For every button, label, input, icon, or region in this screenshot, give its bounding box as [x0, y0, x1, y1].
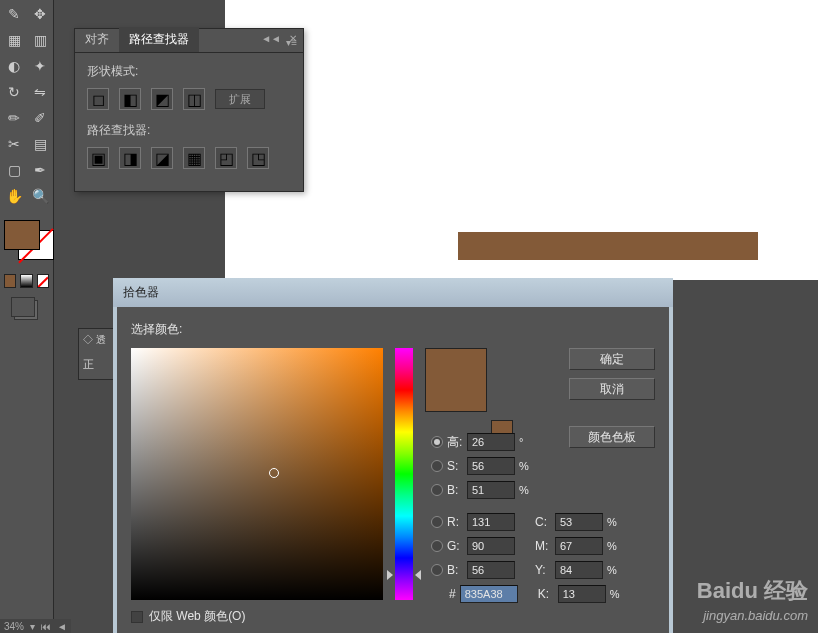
- red-radio[interactable]: [431, 516, 443, 528]
- document-status-bar: 34% ▾ ⏮ ◄: [0, 619, 71, 633]
- zoom-level[interactable]: 34%: [4, 621, 24, 632]
- brightness-label: B:: [447, 483, 463, 497]
- red-label: R:: [447, 515, 463, 529]
- brightness-radio[interactable]: [431, 484, 443, 496]
- magenta-label: M:: [535, 539, 551, 553]
- canvas-artboard[interactable]: [225, 0, 818, 280]
- hue-input[interactable]: [467, 433, 515, 451]
- web-only-checkbox[interactable]: [131, 611, 143, 623]
- tool-rotate-icon[interactable]: ↻: [2, 80, 26, 104]
- left-toolbar: ✎ ✥ ▦ ▥ ◐ ✦ ↻ ⇋ ✏ ✐ ✂ ▤ ▢ ✒ ✋ 🔍: [0, 0, 54, 633]
- zoom-dropdown-icon[interactable]: ▾: [30, 621, 35, 632]
- black-input[interactable]: [558, 585, 606, 603]
- tool-wand-icon[interactable]: ✦: [28, 54, 52, 78]
- blue-input[interactable]: [467, 561, 515, 579]
- foreground-swatch[interactable]: [4, 220, 40, 250]
- rectangle-shape[interactable]: [458, 232, 758, 260]
- yellow-input[interactable]: [555, 561, 603, 579]
- minus-front-icon[interactable]: ◧: [119, 88, 141, 110]
- expand-button[interactable]: 扩展: [215, 89, 265, 109]
- ok-button[interactable]: 确定: [569, 348, 655, 370]
- blend-mode-dropdown[interactable]: 正: [83, 357, 117, 372]
- fill-mode-icon[interactable]: [4, 274, 16, 288]
- tool-move-icon[interactable]: ✥: [28, 2, 52, 26]
- tool-artboard-icon[interactable]: ▢: [2, 158, 26, 182]
- blue-label: B:: [447, 563, 463, 577]
- panel-collapse-icon[interactable]: ◄◄: [261, 33, 281, 44]
- tab-pathfinder[interactable]: 路径查找器: [119, 27, 199, 52]
- color-picker-dialog: 拾色器 选择颜色: ⬡ 确定 取消 颜色色板 高: °: [113, 278, 673, 633]
- green-label: G:: [447, 539, 463, 553]
- divide-icon[interactable]: ▣: [87, 147, 109, 169]
- tool-reflect-icon[interactable]: ⇋: [28, 80, 52, 104]
- select-color-label: 选择颜色:: [131, 321, 655, 338]
- none-mode-icon[interactable]: [37, 274, 49, 288]
- tab-align[interactable]: 对齐: [75, 27, 119, 52]
- yellow-label: Y:: [535, 563, 551, 577]
- tool-hand-icon[interactable]: ✋: [2, 184, 26, 208]
- watermark: Baidu 经验 jingyan.baidu.com: [697, 576, 808, 625]
- blue-radio[interactable]: [431, 564, 443, 576]
- saturation-radio[interactable]: [431, 460, 443, 472]
- tool-pen-icon[interactable]: ✒: [28, 158, 52, 182]
- watermark-brand: Baidu 经验: [697, 576, 808, 607]
- tool-zoom-icon[interactable]: 🔍: [28, 184, 52, 208]
- screen-mode-icon[interactable]: [14, 300, 38, 320]
- brightness-input[interactable]: [467, 481, 515, 499]
- hue-radio[interactable]: [431, 436, 443, 448]
- green-radio[interactable]: [431, 540, 443, 552]
- color-swatches: [0, 216, 53, 264]
- shape-modes-label: 形状模式:: [87, 63, 291, 80]
- hue-label: 高:: [447, 434, 463, 451]
- gradient-mode-icon[interactable]: [20, 274, 32, 288]
- tab-transparency[interactable]: ◇ 透: [83, 333, 117, 347]
- outline-icon[interactable]: ◰: [215, 147, 237, 169]
- merge-icon[interactable]: ◪: [151, 147, 173, 169]
- web-only-label: 仅限 Web 颜色(O): [149, 608, 245, 625]
- tool-graph-icon[interactable]: ▥: [28, 28, 52, 52]
- cancel-button[interactable]: 取消: [569, 378, 655, 400]
- color-picker-indicator[interactable]: [269, 468, 279, 478]
- green-input[interactable]: [467, 537, 515, 555]
- hex-input[interactable]: [460, 585, 518, 603]
- red-input[interactable]: [467, 513, 515, 531]
- panel-menu-icon[interactable]: ▾≡: [286, 37, 297, 48]
- magenta-input[interactable]: [555, 537, 603, 555]
- tool-mesh-icon[interactable]: ▦: [2, 28, 26, 52]
- tool-brush-icon[interactable]: ✏: [2, 106, 26, 130]
- dialog-title[interactable]: 拾色器: [113, 278, 673, 307]
- black-label: K:: [538, 587, 554, 601]
- pathfinder-panel-header[interactable]: ◄◄ ✕ 对齐 路径查找器 ▾≡: [75, 29, 303, 53]
- crop-icon[interactable]: ▦: [183, 147, 205, 169]
- color-field[interactable]: [131, 348, 383, 600]
- saturation-input[interactable]: [467, 457, 515, 475]
- hex-label: #: [449, 587, 456, 601]
- unite-icon[interactable]: ◻: [87, 88, 109, 110]
- intersect-icon[interactable]: ◩: [151, 88, 173, 110]
- nav-prev-icon[interactable]: ◄: [57, 621, 67, 632]
- pathfinder-panel: ◄◄ ✕ 对齐 路径查找器 ▾≡ 形状模式: ◻ ◧ ◩ ◫ 扩展 路径查找器:…: [74, 28, 304, 192]
- tool-chart-icon[interactable]: ▤: [28, 132, 52, 156]
- trim-icon[interactable]: ◨: [119, 147, 141, 169]
- nav-first-icon[interactable]: ⏮: [41, 621, 51, 632]
- cyan-label: C:: [535, 515, 551, 529]
- tool-eyedropper-icon[interactable]: ✎: [2, 2, 26, 26]
- tool-scissors-icon[interactable]: ✂: [2, 132, 26, 156]
- minus-back-icon[interactable]: ◳: [247, 147, 269, 169]
- hue-slider[interactable]: [395, 348, 413, 600]
- color-preview: [425, 348, 487, 412]
- tool-lasso-icon[interactable]: ◐: [2, 54, 26, 78]
- tool-pencil-icon[interactable]: ✐: [28, 106, 52, 130]
- watermark-url: jingyan.baidu.com: [697, 607, 808, 625]
- exclude-icon[interactable]: ◫: [183, 88, 205, 110]
- saturation-label: S:: [447, 459, 463, 473]
- cyan-input[interactable]: [555, 513, 603, 531]
- pathfinders-label: 路径查找器:: [87, 122, 291, 139]
